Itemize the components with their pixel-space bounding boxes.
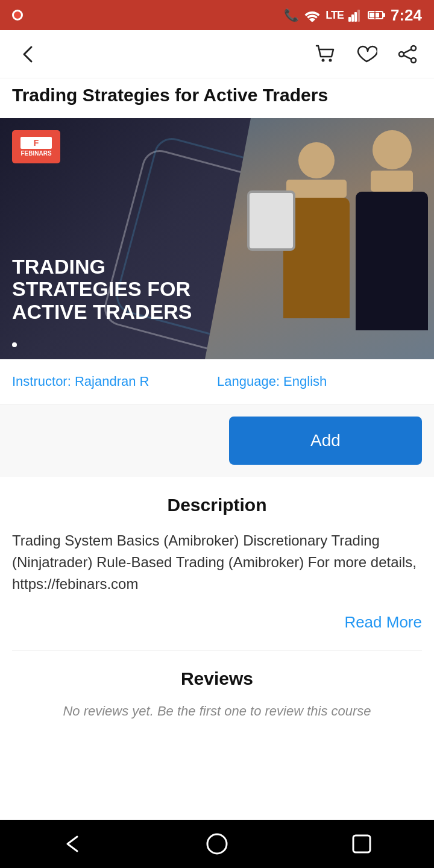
svg-line-14: [404, 55, 411, 58]
description-body: Trading System Basics (Amibroker) Discre…: [12, 530, 422, 595]
banner-line1: TRADING: [12, 256, 192, 278]
reviews-title: Reviews: [12, 668, 422, 689]
course-banner: F FEBINARS TRADING STRATEGIES FOR ACTIVE…: [0, 118, 434, 359]
svg-rect-2: [354, 12, 357, 22]
cart-button[interactable]: [311, 40, 340, 69]
svg-line-13: [404, 49, 411, 52]
wishlist-button[interactable]: [352, 40, 381, 69]
bottom-spacer: [0, 731, 434, 791]
meta-row: Instructor: Rajandran R Language: Englis…: [0, 359, 434, 404]
nav-right: [311, 40, 422, 69]
language-value: English: [283, 374, 327, 389]
description-title: Description: [12, 495, 422, 515]
banner-logo: F FEBINARS: [12, 130, 60, 163]
reviews-section: Reviews No reviews yet. Be the first one…: [0, 650, 434, 731]
home-nav-button[interactable]: [187, 826, 247, 862]
banner-logo-text: F FEBINARS: [20, 137, 51, 157]
page-title: Trading Strategies for Active Traders: [12, 84, 422, 106]
svg-rect-0: [348, 17, 351, 22]
bottom-nav: [0, 820, 434, 868]
status-bar-right: 📞 LTE 7:24: [284, 6, 422, 25]
lte-call-icon: 📞: [284, 8, 299, 22]
status-bar: 📞 LTE 7:24: [0, 0, 434, 30]
banner-line3: ACTIVE TRADERS: [12, 301, 192, 323]
no-reviews-text: No reviews yet. Be the first one to revi…: [12, 703, 422, 719]
add-to-cart-button[interactable]: Add: [229, 417, 422, 465]
read-more-button[interactable]: Read More: [12, 607, 422, 638]
nav-left: [12, 39, 43, 70]
battery-icon: [368, 10, 386, 20]
tablet: [247, 190, 295, 251]
svg-point-12: [411, 58, 416, 63]
svg-point-10: [411, 46, 416, 51]
banner-line2: STRATEGIES FOR: [12, 278, 192, 300]
page-title-bar: Trading Strategies for Active Traders: [0, 78, 434, 118]
svg-rect-16: [353, 835, 370, 852]
svg-rect-6: [383, 13, 385, 17]
status-time: 7:24: [391, 6, 422, 25]
recent-nav-button[interactable]: [332, 826, 392, 862]
svg-point-9: [329, 58, 332, 61]
back-nav-button[interactable]: [42, 826, 102, 862]
status-dot: [12, 10, 23, 20]
person-male: [356, 130, 428, 330]
svg-rect-3: [357, 10, 360, 22]
svg-point-11: [399, 52, 404, 57]
instructor-label: Instructor:: [12, 374, 75, 389]
instructor-info: Instructor: Rajandran R: [12, 374, 217, 389]
svg-point-15: [207, 834, 227, 854]
dot-1: [12, 342, 17, 347]
share-button[interactable]: [393, 40, 422, 69]
svg-point-8: [322, 58, 325, 61]
status-bar-left: [12, 10, 23, 20]
signal-bars-icon: [348, 8, 363, 22]
language-label: Language:: [217, 374, 283, 389]
add-button-area: Add: [0, 404, 434, 477]
banner-text: TRADING STRATEGIES FOR ACTIVE TRADERS: [12, 256, 192, 323]
description-section: Description Trading System Basics (Amibr…: [0, 477, 434, 650]
banner-dots: [12, 342, 17, 347]
wifi-icon: [304, 8, 321, 22]
top-nav: [0, 30, 434, 78]
lte-signal-icon: LTE: [326, 9, 344, 22]
language-info: Language: English: [217, 374, 422, 389]
instructor-name[interactable]: Rajandran R: [75, 374, 149, 389]
back-button[interactable]: [12, 39, 43, 70]
svg-rect-1: [351, 14, 354, 22]
